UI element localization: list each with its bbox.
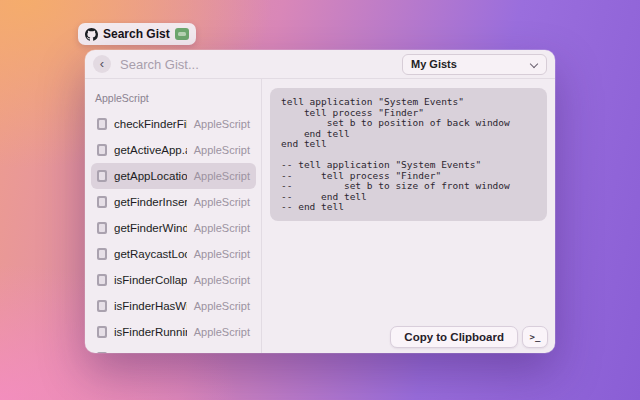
list-item-name: isFinderRunning.ap...	[114, 326, 187, 338]
list-item-type: AppleScript	[194, 274, 250, 286]
list-item-name: isFinderCollapsed.a...	[114, 274, 187, 286]
green-badge-icon	[175, 28, 189, 40]
document-icon	[97, 144, 107, 156]
list-item-type: AppleScript	[194, 196, 250, 208]
document-icon	[97, 170, 107, 182]
terminal-button[interactable]: >_	[522, 326, 548, 348]
gist-list: checkFinderFileExi... AppleScript getAct…	[91, 111, 256, 353]
chevron-down-icon	[530, 60, 538, 68]
list-item[interactable]: isFinderCollapsed.a... AppleScript	[91, 267, 256, 293]
copy-to-clipboard-button[interactable]: Copy to Clipboard	[390, 326, 518, 348]
document-icon	[97, 300, 107, 312]
document-icon	[97, 352, 107, 353]
list-item[interactable]: isFinderRunning.ap... AppleScript	[91, 319, 256, 345]
gist-scope-dropdown[interactable]: My Gists	[402, 54, 547, 75]
list-item-name: isPathValid.applesc...	[114, 352, 187, 353]
list-item-name: getAppLocation.ap...	[114, 170, 187, 182]
gist-list-pane: AppleScript checkFinderFileExi... AppleS…	[85, 79, 262, 353]
launcher-pill[interactable]: Search Gist	[78, 23, 196, 45]
list-item[interactable]: getAppLocation.ap... AppleScript	[91, 163, 256, 189]
launcher-pill-label: Search Gist	[103, 27, 170, 41]
list-item[interactable]: getFinderWindowP... AppleScript	[91, 215, 256, 241]
action-bar: Copy to Clipboard >_	[390, 326, 548, 348]
list-item[interactable]: getFinderInsertion... AppleScript	[91, 189, 256, 215]
window-header: ‹ Search Gist... My Gists	[85, 50, 555, 79]
back-button[interactable]: ‹	[93, 55, 111, 73]
list-item[interactable]: getRaycastLocatio... AppleScript	[91, 241, 256, 267]
list-item-type: AppleScript	[194, 300, 250, 312]
list-item[interactable]: isFinderHasWindow... AppleScript	[91, 293, 256, 319]
document-icon	[97, 248, 107, 260]
document-icon	[97, 274, 107, 286]
list-item-type: AppleScript	[194, 326, 250, 338]
list-item-type: AppleScript	[194, 170, 250, 182]
list-item-type: AppleScript	[194, 248, 250, 260]
chevron-left-icon: ‹	[100, 57, 104, 70]
list-item-name: isFinderHasWindow...	[114, 300, 187, 312]
section-header: AppleScript	[95, 92, 256, 104]
document-icon	[97, 196, 107, 208]
document-icon	[97, 118, 107, 130]
search-input[interactable]: Search Gist...	[120, 57, 402, 72]
search-gist-window: ‹ Search Gist... My Gists AppleScript ch…	[85, 50, 555, 353]
code-block: tell application "System Events" tell pr…	[270, 88, 547, 221]
terminal-icon: >_	[530, 332, 541, 342]
dropdown-value: My Gists	[411, 58, 530, 70]
window-body: AppleScript checkFinderFileExi... AppleS…	[85, 79, 555, 353]
gist-detail-pane: tell application "System Events" tell pr…	[262, 79, 555, 353]
list-item[interactable]: getActiveApp.apple... AppleScript	[91, 137, 256, 163]
document-icon	[97, 222, 107, 234]
list-item-name: getFinderInsertion...	[114, 196, 187, 208]
list-item-name: getActiveApp.apple...	[114, 144, 187, 156]
list-item-name: getRaycastLocatio...	[114, 248, 187, 260]
document-icon	[97, 326, 107, 338]
list-item-type: AppleScript	[194, 144, 250, 156]
list-item[interactable]: checkFinderFileExi... AppleScript	[91, 111, 256, 137]
list-item-type: AppleScript	[194, 352, 250, 353]
list-item[interactable]: isPathValid.applesc... AppleScript	[91, 345, 256, 353]
github-icon	[85, 28, 98, 41]
list-item-name: getFinderWindowP...	[114, 222, 187, 234]
list-item-type: AppleScript	[194, 118, 250, 130]
list-item-name: checkFinderFileExi...	[114, 118, 187, 130]
list-item-type: AppleScript	[194, 222, 250, 234]
